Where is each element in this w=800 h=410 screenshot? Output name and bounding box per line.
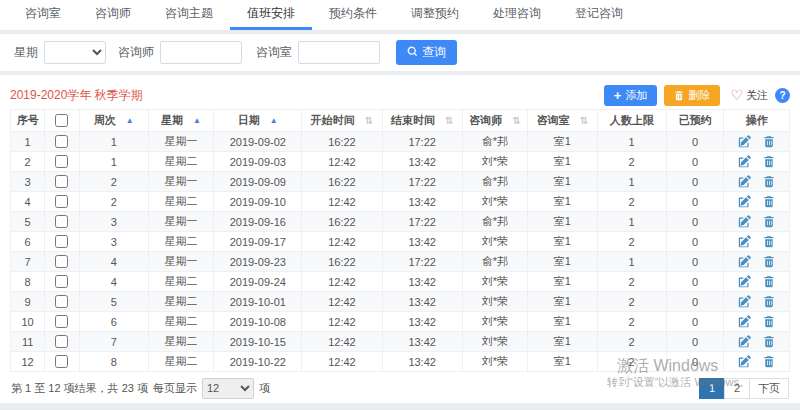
cell-date: 2019-10-22 [214, 352, 302, 372]
edit-icon[interactable] [738, 315, 751, 328]
cell-end: 17:22 [382, 212, 462, 232]
cell-room: 室1 [528, 292, 597, 312]
sort-both-icon[interactable]: ⇅ [445, 115, 453, 126]
row-checkbox[interactable] [55, 175, 68, 188]
cell-checkbox [45, 132, 79, 152]
cell-seq: 10 [11, 312, 45, 332]
row-checkbox[interactable] [55, 275, 68, 288]
cell-end: 13:42 [382, 272, 462, 292]
row-checkbox[interactable] [55, 235, 68, 248]
tab-处理咨询[interactable]: 处理咨询 [476, 0, 558, 30]
column-header-label: 序号 [17, 114, 39, 126]
cell-day: 星期二 [148, 352, 213, 372]
delete-icon[interactable] [763, 355, 775, 368]
edit-icon[interactable] [738, 235, 751, 248]
edit-icon[interactable] [738, 275, 751, 288]
delete-icon[interactable] [763, 195, 775, 208]
cell-week: 4 [79, 252, 148, 272]
sort-both-icon[interactable]: ⇅ [580, 115, 588, 126]
column-header-序号: 序号 [11, 110, 45, 132]
cell-start: 12:42 [302, 352, 382, 372]
delete-button[interactable]: 删除 [664, 85, 720, 106]
cell-max: 2 [597, 332, 666, 352]
table-row: 84星期二2019-09-2412:4213:42刘*荣室120 [11, 272, 790, 292]
tab-预约条件[interactable]: 预约条件 [312, 0, 394, 30]
row-checkbox[interactable] [55, 255, 68, 268]
cell-booked: 0 [666, 252, 724, 272]
column-header-咨询师: 咨询师⇅ [462, 110, 527, 132]
row-checkbox[interactable] [55, 315, 68, 328]
week-filter-select[interactable] [44, 41, 106, 64]
schedule-panel: 2019-2020学年 秋季学期 + 添加 删除 ♡ 关注 ? 序号周次▲星期▲… [0, 75, 800, 403]
filter-bar: 星期 咨询师 咨询室 查询 [0, 34, 800, 71]
help-icon[interactable]: ? [775, 88, 790, 103]
sort-asc-icon[interactable]: ▲ [270, 116, 278, 125]
sort-asc-icon[interactable]: ▲ [126, 116, 134, 125]
table-header-row: 序号周次▲星期▲日期▲开始时间⇅结束时间⇅咨询师⇅咨询室⇅人数上限已预约操作 [11, 110, 790, 132]
row-checkbox[interactable] [55, 295, 68, 308]
sort-both-icon[interactable]: ⇅ [365, 115, 373, 126]
tab-值班安排[interactable]: 值班安排 [230, 0, 312, 30]
delete-icon[interactable] [763, 275, 775, 288]
edit-icon[interactable] [738, 355, 751, 368]
delete-icon[interactable] [763, 295, 775, 308]
cell-room: 室1 [528, 212, 597, 232]
delete-icon[interactable] [763, 235, 775, 248]
row-checkbox[interactable] [55, 195, 68, 208]
cell-week: 1 [79, 152, 148, 172]
sort-both-icon[interactable]: ⇅ [512, 115, 520, 126]
select-all-checkbox[interactable] [55, 114, 68, 127]
delete-icon[interactable] [763, 315, 775, 328]
cell-ops [724, 252, 790, 272]
row-checkbox[interactable] [55, 335, 68, 348]
tab-咨询室[interactable]: 咨询室 [8, 0, 78, 30]
edit-icon[interactable] [738, 135, 751, 148]
delete-icon[interactable] [763, 215, 775, 228]
counselor-filter-input[interactable] [160, 41, 242, 64]
edit-icon[interactable] [738, 155, 751, 168]
sort-asc-icon[interactable]: ▲ [193, 116, 201, 125]
cell-max: 2 [597, 292, 666, 312]
row-checkbox[interactable] [55, 215, 68, 228]
cell-end: 13:42 [382, 332, 462, 352]
delete-icon[interactable] [763, 335, 775, 348]
tab-咨询师[interactable]: 咨询师 [78, 0, 148, 30]
delete-icon[interactable] [763, 175, 775, 188]
search-button[interactable]: 查询 [396, 40, 457, 65]
follow-button[interactable]: ♡ 关注 [730, 88, 768, 103]
edit-icon[interactable] [738, 295, 751, 308]
edit-icon[interactable] [738, 215, 751, 228]
tab-咨询主题[interactable]: 咨询主题 [148, 0, 230, 30]
column-header-label: 星期 [161, 114, 183, 126]
row-checkbox[interactable] [55, 135, 68, 148]
cell-seq: 7 [11, 252, 45, 272]
row-checkbox[interactable] [55, 355, 68, 368]
cell-week: 8 [79, 352, 148, 372]
page-button-1[interactable]: 1 [699, 378, 725, 399]
column-header-label: 周次 [94, 114, 116, 126]
page-button-2[interactable]: 2 [724, 378, 750, 399]
delete-icon[interactable] [763, 135, 775, 148]
cell-start: 16:22 [302, 252, 382, 272]
delete-icon[interactable] [763, 155, 775, 168]
cell-end: 13:42 [382, 192, 462, 212]
row-checkbox[interactable] [55, 155, 68, 168]
edit-icon[interactable] [738, 175, 751, 188]
room-filter-input[interactable] [298, 41, 380, 64]
tab-调整预约[interactable]: 调整预约 [394, 0, 476, 30]
cell-checkbox [45, 312, 79, 332]
edit-icon[interactable] [738, 335, 751, 348]
cell-room: 室1 [528, 192, 597, 212]
tab-登记咨询[interactable]: 登记咨询 [558, 0, 640, 30]
cell-start: 16:22 [302, 172, 382, 192]
edit-icon[interactable] [738, 255, 751, 268]
cell-seq: 12 [11, 352, 45, 372]
cell-week: 2 [79, 192, 148, 212]
add-button[interactable]: + 添加 [604, 85, 658, 106]
delete-icon[interactable] [763, 255, 775, 268]
edit-icon[interactable] [738, 195, 751, 208]
per-page-select[interactable]: 12 [202, 378, 254, 399]
page-button-下页[interactable]: 下页 [749, 378, 789, 399]
cell-max: 2 [597, 192, 666, 212]
cell-end: 17:22 [382, 172, 462, 192]
